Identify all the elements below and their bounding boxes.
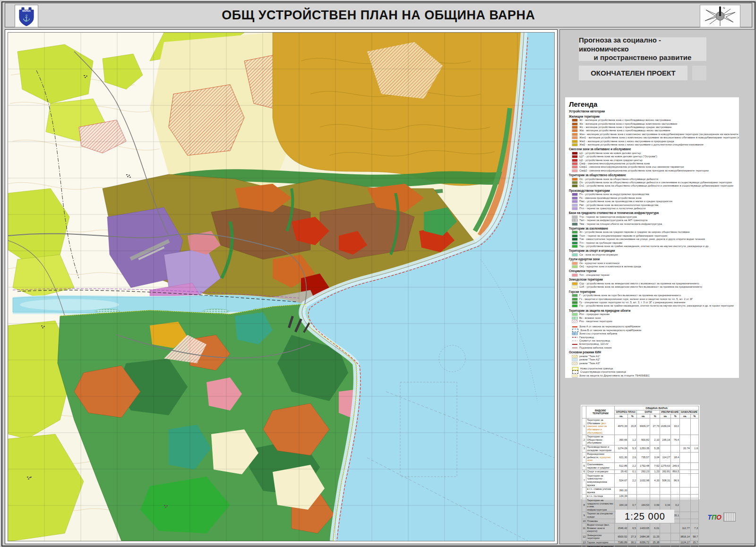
secondary-logo-icon [723,513,736,521]
legend-item-label: Пвт - устройствена зона за високотехноло… [579,204,658,207]
legend-item: Жкн - жилищна устройствена зона с компле… [569,133,737,136]
legend-swatch [572,144,577,146]
legend-swatch [572,235,577,237]
legend-item-label: Жм - жилищна устройствена зона с преобла… [579,129,670,132]
legend-item-label: Ос - устройствена зона за обществено-обс… [579,178,658,181]
legend-title: Легенда [569,100,737,108]
legend-swatch [572,242,577,244]
legend-swatch [572,185,577,187]
legend-item: Зп - устройствена зона на градски парков… [569,231,737,234]
table-row: 12Земеделски територии6500,5227,32684,38… [582,533,699,540]
legend-swatch [572,305,577,307]
legend-swatch [572,159,577,162]
legend-item-label: Птл - терени за транспортни и логистични… [579,207,645,210]
legend-swatch [572,362,577,365]
legend-swatch [572,333,577,335]
legend-swatch [572,265,577,268]
legend-item-label: Ок1 - курортни зони и комплекси в зелена… [579,265,641,268]
legend-swatch [572,126,577,128]
legend-section-header: Горски територии [569,290,737,294]
legend-swatch [572,129,577,132]
footer-logos: ТПО [707,513,736,521]
legend-swatch [572,219,577,222]
legend-item-label: Оз1 - устройствена зона за обществено-об… [579,184,733,188]
legend-item: Жс - жилищна устройствена зона с преобла… [569,126,737,129]
legend-item: Жкн1 - жилищна устройствена зона с компл… [569,136,737,139]
legend-item: Ггр - устройствена зона за трайни насажд… [569,304,737,308]
legend-section-header: Територии за обществено обслужване [569,173,737,178]
legend-item-label: Тзр - устройствена зона за трайни насажд… [579,245,709,248]
legend-swatch [572,245,577,248]
legend-item: Оз1 - устройствена зона за обществено-об… [569,184,737,188]
legend-swatch [572,155,577,158]
legend-item: Сервитут на газопровод [569,339,737,342]
legend-item-label: Ц2 - устройствена зона на стария градски… [579,159,643,162]
legend-item: Зони за защита по Директивата за хабитат… [569,377,737,378]
legend-item-label: Жкн1 - жилищна устройствена зона с компл… [579,136,739,139]
legend-swatch [572,262,577,265]
subtitle-line-1: Прогноза за социално - икономическо [579,36,706,54]
legend-item: Оз - устройствена зона за обществено-обс… [569,181,737,184]
table-row: 5Озеленяване, паркове и градини512,852,2… [582,462,699,470]
legend-swatch [572,317,577,319]
legend-item-label: Рпп - природни паркове [579,313,610,316]
legend-swatch [572,170,577,172]
legend-item-label: Ц1* - устройствена зона на новия делови … [579,155,657,158]
legend-item: Тсп - специални терени [569,274,737,277]
legend-item-label: Зона А от закона за черноморското крайбр… [579,325,640,328]
legend-item: Зона А от закона за черноморското крайбр… [569,325,737,328]
legend-swatch [572,298,577,300]
legend-item-label: Ссб - устройствена зона за земеделски им… [579,285,702,289]
legend-item: режим "Ткин А1" [569,355,737,358]
legend-swatch [572,341,577,342]
legend-swatch [572,166,577,168]
legend-swatch [572,367,578,370]
legend-section-header: Земеделски територии [569,278,737,282]
legend-swatch [572,337,577,338]
legend-item-label: Тгп - терени за гробищни паркове [579,241,622,245]
legend-section-header: Територии за озеленяване [569,227,737,231]
legend-item-label: Жм1 - жилищна устройствена зона с ниско … [579,140,674,143]
legend-swatch [572,301,577,304]
legend-item: Зони за защита по Директивата за птиците… [569,374,737,377]
legend-item: Вз - влажни зони [569,316,737,320]
legend-item: Сср - устройствена зона за земеделски им… [569,282,737,285]
map-frame [5,29,558,544]
legend-item-label: Жкн - жилищна устройствена зона с компле… [579,133,739,136]
legend-swatch [572,193,577,196]
legend-item: Пмс - устройствена зона за производства … [569,200,737,203]
legend-swatch [572,274,577,276]
legend-item-label: режим "Ткин А1" [579,355,600,358]
legend-item-label: Зона Б от закона за черноморското крайбр… [580,329,641,332]
legend-item-label: Нова строителна граница [580,367,613,370]
legend-swatch [572,137,577,139]
legend-swatch [572,313,577,316]
legend-item: Гр - специални горски територии по чл. 5… [569,301,737,304]
legend-swatch [572,207,577,210]
legend-item: Тзсп - терени за специализирани паркове … [569,234,737,238]
plan-subtitle: Прогноза за социално - икономическо и пр… [579,37,706,61]
legend-item: Тзр - устройствена зона за трайни насажд… [569,245,737,248]
legend-swatch [572,355,577,358]
legend-item-label: Тзв - самостоятелни терени за озеленяван… [579,238,705,241]
table-row: 13Горски територии7180,8930,16056,7225,3… [582,540,699,545]
legend-section-header: Основни режими КИН [569,350,737,355]
legend-item: Зона Б от закона за черноморското крайбр… [569,329,737,332]
legend-swatch [572,329,578,332]
legend-section-header: Бази на градското стопанство и техническ… [569,211,737,215]
legend-swatch [572,216,577,218]
legend-swatch [572,178,577,180]
legend-item-label: Жк - жилищна устройствена зона с преобла… [579,122,677,126]
table-row: 4Рекреационни дейности, курортни зони621… [582,452,699,462]
legend-section-header: Територии за защита на природни обекти [569,309,737,313]
legend-body: Устройствени категорииЖилищни територииЖ… [569,110,737,378]
legend-item: Жк - жилищна устройствена зона с преобла… [569,122,737,125]
legend-section-header: Жилищни територии [569,115,737,119]
legend-item-label: Г - устройствена зона за гори без възмож… [579,294,681,297]
legend-item-label: Подземна кабелна линия [579,346,611,350]
legend-item: Жм - жилищна устройствена зона с преобла… [569,129,737,132]
legend-section-header: Смесени зони за обитаване и обслужване [569,147,737,152]
legend-item-label: Сервитут на газопровод [579,339,610,342]
legend-swatch [572,344,577,345]
legend-swatch [572,238,577,240]
